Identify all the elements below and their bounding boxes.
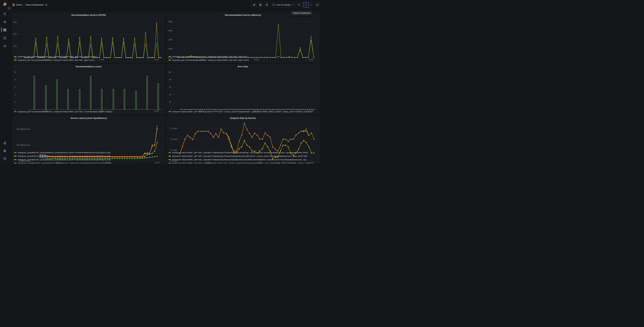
svg-text:6 MB: 6 MB <box>168 30 172 32</box>
time-series-chart[interactable]: 21:5021:5522:000.0 req/s0.1 req/s0.2 req… <box>167 120 319 150</box>
top-navbar: Demo / Demo Dashboard Last 15 minutes <box>10 0 322 10</box>
sidebar-item-settings[interactable] <box>0 148 10 153</box>
sidebar-item-starred[interactable] <box>0 20 10 24</box>
time-range-picker[interactable]: Last 15 minutes <box>271 2 296 7</box>
panel-service-latency: Service Latency (from SpanMetrics) 21:50… <box>12 116 165 164</box>
time-series-chart[interactable]: 21:5021:5522:000%10%20%30% <box>12 17 165 54</box>
svg-text:0.1 req/s: 0.1 req/s <box>170 149 178 151</box>
sidebar-bottom-menu <box>0 141 10 164</box>
alerting-bell-icon <box>3 44 6 48</box>
sidebar-item-search[interactable] <box>0 12 10 16</box>
svg-text:400 milliseconds: 400 milliseconds <box>16 128 30 130</box>
breadcrumb-separator: / <box>24 4 24 6</box>
bar-chart[interactable]: 21:5021:5522:000246810 <box>12 69 165 109</box>
dashboard-grid: Recommendation Service (CPU%) 21:5021:55… <box>10 10 322 164</box>
explore-compass-icon <box>3 36 6 40</box>
panel-endpoint-rate: Endpoint Rate by Service 21:5021:5522:00… <box>167 116 320 164</box>
svg-text:0 MB: 0 MB <box>168 57 172 59</box>
chevron-right-icon <box>8 8 10 9</box>
settings-gear-icon <box>3 149 6 152</box>
dashboards-grid-icon <box>3 28 6 32</box>
panel-title[interactable]: Endpoint Rate by Service <box>167 116 319 120</box>
refresh-group <box>303 2 314 8</box>
sidebar-item-alerting[interactable] <box>0 44 10 48</box>
refresh-icon <box>305 4 307 6</box>
svg-text:100: 100 <box>168 71 171 73</box>
sidebar-item-dashboards[interactable] <box>0 28 10 32</box>
svg-text:21:50: 21:50 <box>200 58 204 60</box>
breadcrumb-dashboard[interactable]: Demo Dashboard <box>26 4 44 6</box>
star-icon <box>3 20 6 24</box>
time-series-chart[interactable]: 21:5021:5522:000 MB2 MB4 MB6 MB8 MB <box>167 17 319 54</box>
svg-text:2: 2 <box>15 101 16 103</box>
time-series-chart[interactable]: 21:5021:5522:000 milliseconds200 millise… <box>12 120 165 150</box>
sidebar-menu <box>0 12 10 48</box>
dashboard-settings-icon <box>266 4 268 6</box>
refresh-dashboard-button[interactable] <box>303 2 309 8</box>
grafana-app: Demo / Demo Dashboard Last 15 minutes <box>0 0 322 164</box>
share-alt-icon[interactable] <box>45 4 48 6</box>
svg-text:0 milliseconds: 0 milliseconds <box>19 160 30 162</box>
svg-text:21:55: 21:55 <box>254 58 259 60</box>
svg-text:21:50: 21:50 <box>44 110 48 112</box>
svg-text:0.0 req/s: 0.0 req/s <box>170 160 178 162</box>
save-dashboard-icon <box>259 4 262 6</box>
kiosk-mode-button[interactable] <box>315 2 320 8</box>
svg-text:6: 6 <box>15 86 16 88</box>
svg-text:0.2 req/s: 0.2 req/s <box>170 138 178 140</box>
svg-text:10%: 10% <box>13 45 17 47</box>
time-series-chart[interactable]: 21:5021:5522:00020406080100 <box>167 69 319 109</box>
svg-text:30%: 30% <box>13 21 17 23</box>
svg-text:21:55: 21:55 <box>105 162 110 164</box>
svg-text:22:00: 22:00 <box>309 162 314 164</box>
panel-recommendations-count: Recommendations Count 21:5021:5522:00024… <box>12 64 165 114</box>
svg-text:21:55: 21:55 <box>100 58 104 60</box>
dashboard-settings-button[interactable] <box>264 2 269 8</box>
time-range-label: Last 15 minutes <box>276 4 291 6</box>
panel-title[interactable]: Recommendations Count <box>12 65 165 69</box>
panel-recommendation-cpu: Recommendation Service (CPU%) 21:5021:55… <box>12 13 165 63</box>
expand-sidebar-button[interactable] <box>8 6 11 10</box>
panel-title[interactable]: Recommendation Service (CPU%) <box>12 13 165 17</box>
svg-text:2 MB: 2 MB <box>168 48 172 50</box>
panel-title[interactable]: Error Rate <box>167 65 319 69</box>
breadcrumb-folder[interactable]: Demo <box>16 4 22 6</box>
search-icon <box>3 12 6 16</box>
svg-text:22:00: 22:00 <box>154 58 159 60</box>
svg-text:80: 80 <box>169 78 171 80</box>
svg-text:22:00: 22:00 <box>155 162 160 164</box>
svg-text:20: 20 <box>169 101 171 103</box>
svg-text:0: 0 <box>170 108 171 110</box>
save-dashboard-button[interactable] <box>258 2 263 8</box>
svg-text:0: 0 <box>15 108 16 110</box>
panel-recommendation-memory: Recommendation Service (Memory) 21:5021:… <box>167 13 320 63</box>
svg-text:0.3 req/s: 0.3 req/s <box>170 127 178 129</box>
toolbar: Last 15 minutes <box>252 2 320 8</box>
svg-text:21:50: 21:50 <box>206 162 210 164</box>
panel-title[interactable]: Service Latency (from SpanMetrics) <box>12 116 165 120</box>
zoom-out-button[interactable] <box>296 2 302 7</box>
svg-text:22:00: 22:00 <box>154 110 159 112</box>
chevron-down-icon <box>292 4 294 6</box>
svg-text:10: 10 <box>14 71 16 73</box>
svg-text:22:00: 22:00 <box>309 58 314 60</box>
refresh-interval-dropdown[interactable] <box>308 2 314 7</box>
sidebar-item-explore[interactable] <box>0 36 10 40</box>
svg-text:4 MB: 4 MB <box>168 39 172 41</box>
svg-text:60: 60 <box>169 86 171 88</box>
svg-text:21:55: 21:55 <box>99 110 104 112</box>
add-panel-button[interactable] <box>252 2 256 8</box>
panel-error-rate: Error Rate 21:5021:5522:00020406080100 {… <box>167 64 320 114</box>
sidebar-item-sign-in[interactable] <box>0 141 10 145</box>
sidebar-item-help[interactable] <box>0 156 10 161</box>
time-controls-group: Last 15 minutes <box>271 2 302 8</box>
svg-text:200 milliseconds: 200 milliseconds <box>16 144 30 146</box>
svg-text:0%: 0% <box>14 57 17 59</box>
svg-text:4: 4 <box>15 94 16 96</box>
svg-text:22:00: 22:00 <box>308 110 313 112</box>
refresh-tooltip: Refresh dashboard <box>291 11 312 16</box>
grafana-logo[interactable] <box>3 2 7 6</box>
svg-text:8 MB: 8 MB <box>168 21 172 23</box>
svg-text:21:50: 21:50 <box>55 162 60 164</box>
help-icon <box>3 157 6 160</box>
